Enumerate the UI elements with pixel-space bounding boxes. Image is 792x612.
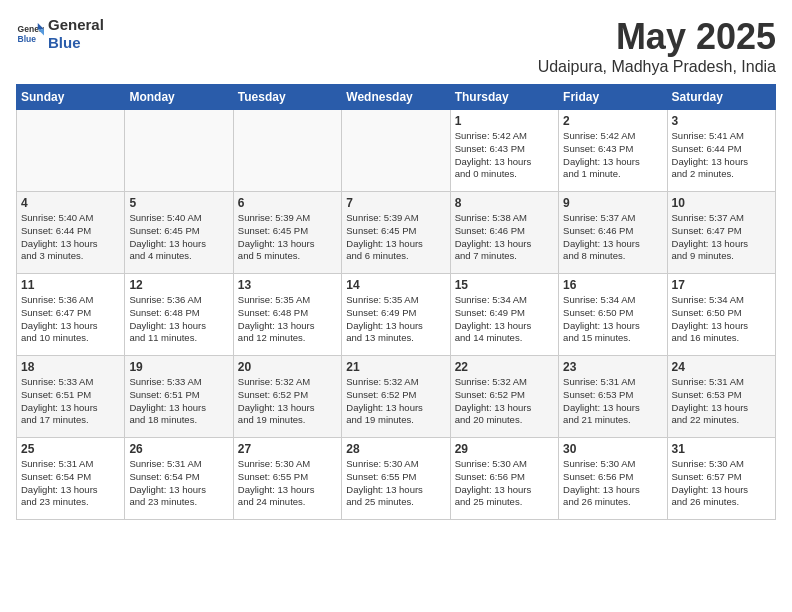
day-number: 29 xyxy=(455,442,554,456)
calendar-cell: 4Sunrise: 5:40 AM Sunset: 6:44 PM Daylig… xyxy=(17,192,125,274)
calendar-cell: 31Sunrise: 5:30 AM Sunset: 6:57 PM Dayli… xyxy=(667,438,775,520)
calendar-cell xyxy=(125,110,233,192)
cell-info: Sunrise: 5:30 AM Sunset: 6:56 PM Dayligh… xyxy=(455,458,554,509)
calendar-cell: 3Sunrise: 5:41 AM Sunset: 6:44 PM Daylig… xyxy=(667,110,775,192)
calendar-header-thursday: Thursday xyxy=(450,85,558,110)
cell-info: Sunrise: 5:30 AM Sunset: 6:55 PM Dayligh… xyxy=(346,458,445,509)
cell-info: Sunrise: 5:42 AM Sunset: 6:43 PM Dayligh… xyxy=(455,130,554,181)
cell-info: Sunrise: 5:34 AM Sunset: 6:50 PM Dayligh… xyxy=(563,294,662,345)
day-number: 25 xyxy=(21,442,120,456)
cell-info: Sunrise: 5:30 AM Sunset: 6:57 PM Dayligh… xyxy=(672,458,771,509)
calendar-cell: 2Sunrise: 5:42 AM Sunset: 6:43 PM Daylig… xyxy=(559,110,667,192)
cell-info: Sunrise: 5:40 AM Sunset: 6:45 PM Dayligh… xyxy=(129,212,228,263)
calendar-cell: 8Sunrise: 5:38 AM Sunset: 6:46 PM Daylig… xyxy=(450,192,558,274)
cell-info: Sunrise: 5:31 AM Sunset: 6:53 PM Dayligh… xyxy=(672,376,771,427)
logo-blue: Blue xyxy=(48,34,81,51)
calendar-cell: 21Sunrise: 5:32 AM Sunset: 6:52 PM Dayli… xyxy=(342,356,450,438)
calendar-cell: 12Sunrise: 5:36 AM Sunset: 6:48 PM Dayli… xyxy=(125,274,233,356)
cell-info: Sunrise: 5:32 AM Sunset: 6:52 PM Dayligh… xyxy=(346,376,445,427)
calendar-cell: 23Sunrise: 5:31 AM Sunset: 6:53 PM Dayli… xyxy=(559,356,667,438)
cell-info: Sunrise: 5:37 AM Sunset: 6:46 PM Dayligh… xyxy=(563,212,662,263)
day-number: 2 xyxy=(563,114,662,128)
day-number: 26 xyxy=(129,442,228,456)
calendar-cell: 18Sunrise: 5:33 AM Sunset: 6:51 PM Dayli… xyxy=(17,356,125,438)
calendar-header-saturday: Saturday xyxy=(667,85,775,110)
cell-info: Sunrise: 5:33 AM Sunset: 6:51 PM Dayligh… xyxy=(129,376,228,427)
calendar-cell: 26Sunrise: 5:31 AM Sunset: 6:54 PM Dayli… xyxy=(125,438,233,520)
calendar-cell: 17Sunrise: 5:34 AM Sunset: 6:50 PM Dayli… xyxy=(667,274,775,356)
cell-info: Sunrise: 5:32 AM Sunset: 6:52 PM Dayligh… xyxy=(455,376,554,427)
calendar-cell: 14Sunrise: 5:35 AM Sunset: 6:49 PM Dayli… xyxy=(342,274,450,356)
cell-info: Sunrise: 5:39 AM Sunset: 6:45 PM Dayligh… xyxy=(346,212,445,263)
day-number: 12 xyxy=(129,278,228,292)
cell-info: Sunrise: 5:30 AM Sunset: 6:55 PM Dayligh… xyxy=(238,458,337,509)
day-number: 17 xyxy=(672,278,771,292)
calendar-cell: 19Sunrise: 5:33 AM Sunset: 6:51 PM Dayli… xyxy=(125,356,233,438)
day-number: 4 xyxy=(21,196,120,210)
calendar-cell: 22Sunrise: 5:32 AM Sunset: 6:52 PM Dayli… xyxy=(450,356,558,438)
calendar-cell: 16Sunrise: 5:34 AM Sunset: 6:50 PM Dayli… xyxy=(559,274,667,356)
day-number: 22 xyxy=(455,360,554,374)
cell-info: Sunrise: 5:34 AM Sunset: 6:50 PM Dayligh… xyxy=(672,294,771,345)
day-number: 24 xyxy=(672,360,771,374)
location-subtitle: Udaipura, Madhya Pradesh, India xyxy=(538,58,776,76)
calendar-cell: 1Sunrise: 5:42 AM Sunset: 6:43 PM Daylig… xyxy=(450,110,558,192)
cell-info: Sunrise: 5:33 AM Sunset: 6:51 PM Dayligh… xyxy=(21,376,120,427)
day-number: 9 xyxy=(563,196,662,210)
day-number: 31 xyxy=(672,442,771,456)
calendar-cell: 6Sunrise: 5:39 AM Sunset: 6:45 PM Daylig… xyxy=(233,192,341,274)
cell-info: Sunrise: 5:40 AM Sunset: 6:44 PM Dayligh… xyxy=(21,212,120,263)
logo-general: General xyxy=(48,16,104,33)
cell-info: Sunrise: 5:31 AM Sunset: 6:54 PM Dayligh… xyxy=(21,458,120,509)
calendar-table: SundayMondayTuesdayWednesdayThursdayFrid… xyxy=(16,84,776,520)
calendar-cell: 15Sunrise: 5:34 AM Sunset: 6:49 PM Dayli… xyxy=(450,274,558,356)
cell-info: Sunrise: 5:35 AM Sunset: 6:48 PM Dayligh… xyxy=(238,294,337,345)
day-number: 6 xyxy=(238,196,337,210)
calendar-cell: 11Sunrise: 5:36 AM Sunset: 6:47 PM Dayli… xyxy=(17,274,125,356)
calendar-week-row: 1Sunrise: 5:42 AM Sunset: 6:43 PM Daylig… xyxy=(17,110,776,192)
cell-info: Sunrise: 5:32 AM Sunset: 6:52 PM Dayligh… xyxy=(238,376,337,427)
cell-info: Sunrise: 5:31 AM Sunset: 6:54 PM Dayligh… xyxy=(129,458,228,509)
day-number: 30 xyxy=(563,442,662,456)
generalblue-logo-icon: General Blue xyxy=(16,20,44,48)
day-number: 14 xyxy=(346,278,445,292)
calendar-header-row: SundayMondayTuesdayWednesdayThursdayFrid… xyxy=(17,85,776,110)
month-year-title: May 2025 xyxy=(538,16,776,58)
svg-text:Blue: Blue xyxy=(18,34,37,44)
calendar-header-sunday: Sunday xyxy=(17,85,125,110)
day-number: 27 xyxy=(238,442,337,456)
day-number: 16 xyxy=(563,278,662,292)
calendar-cell xyxy=(17,110,125,192)
cell-info: Sunrise: 5:39 AM Sunset: 6:45 PM Dayligh… xyxy=(238,212,337,263)
calendar-header-tuesday: Tuesday xyxy=(233,85,341,110)
calendar-cell: 9Sunrise: 5:37 AM Sunset: 6:46 PM Daylig… xyxy=(559,192,667,274)
cell-info: Sunrise: 5:30 AM Sunset: 6:56 PM Dayligh… xyxy=(563,458,662,509)
day-number: 13 xyxy=(238,278,337,292)
calendar-cell: 27Sunrise: 5:30 AM Sunset: 6:55 PM Dayli… xyxy=(233,438,341,520)
day-number: 21 xyxy=(346,360,445,374)
day-number: 23 xyxy=(563,360,662,374)
cell-info: Sunrise: 5:35 AM Sunset: 6:49 PM Dayligh… xyxy=(346,294,445,345)
calendar-cell: 30Sunrise: 5:30 AM Sunset: 6:56 PM Dayli… xyxy=(559,438,667,520)
calendar-cell: 13Sunrise: 5:35 AM Sunset: 6:48 PM Dayli… xyxy=(233,274,341,356)
calendar-cell: 28Sunrise: 5:30 AM Sunset: 6:55 PM Dayli… xyxy=(342,438,450,520)
cell-info: Sunrise: 5:37 AM Sunset: 6:47 PM Dayligh… xyxy=(672,212,771,263)
title-area: May 2025 Udaipura, Madhya Pradesh, India xyxy=(538,16,776,76)
calendar-week-row: 4Sunrise: 5:40 AM Sunset: 6:44 PM Daylig… xyxy=(17,192,776,274)
day-number: 20 xyxy=(238,360,337,374)
day-number: 10 xyxy=(672,196,771,210)
calendar-cell: 5Sunrise: 5:40 AM Sunset: 6:45 PM Daylig… xyxy=(125,192,233,274)
cell-info: Sunrise: 5:38 AM Sunset: 6:46 PM Dayligh… xyxy=(455,212,554,263)
calendar-cell: 20Sunrise: 5:32 AM Sunset: 6:52 PM Dayli… xyxy=(233,356,341,438)
calendar-week-row: 18Sunrise: 5:33 AM Sunset: 6:51 PM Dayli… xyxy=(17,356,776,438)
calendar-header-wednesday: Wednesday xyxy=(342,85,450,110)
calendar-week-row: 25Sunrise: 5:31 AM Sunset: 6:54 PM Dayli… xyxy=(17,438,776,520)
cell-info: Sunrise: 5:36 AM Sunset: 6:47 PM Dayligh… xyxy=(21,294,120,345)
calendar-cell: 25Sunrise: 5:31 AM Sunset: 6:54 PM Dayli… xyxy=(17,438,125,520)
cell-info: Sunrise: 5:42 AM Sunset: 6:43 PM Dayligh… xyxy=(563,130,662,181)
day-number: 18 xyxy=(21,360,120,374)
day-number: 3 xyxy=(672,114,771,128)
cell-info: Sunrise: 5:31 AM Sunset: 6:53 PM Dayligh… xyxy=(563,376,662,427)
cell-info: Sunrise: 5:36 AM Sunset: 6:48 PM Dayligh… xyxy=(129,294,228,345)
day-number: 28 xyxy=(346,442,445,456)
